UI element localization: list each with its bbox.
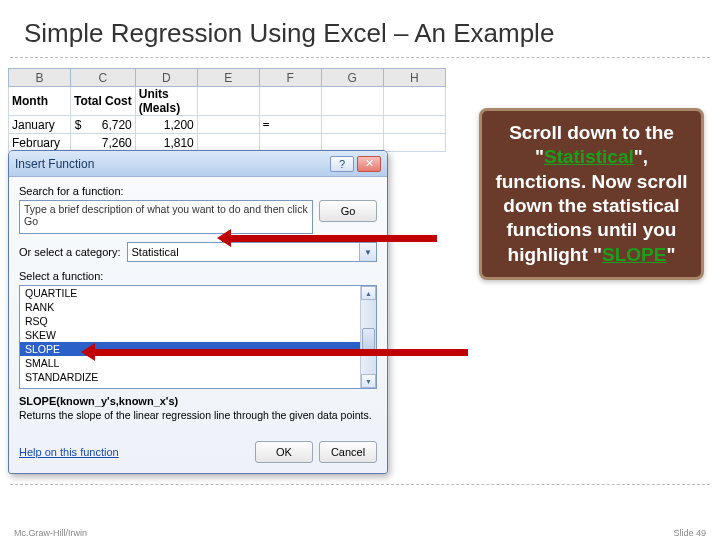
col-D[interactable]: D: [135, 69, 197, 87]
hdr-month[interactable]: Month: [9, 87, 71, 116]
content-area: B C D E F G H Month Total Cost Units (Me…: [0, 58, 720, 498]
col-H[interactable]: H: [383, 69, 445, 87]
col-F[interactable]: F: [259, 69, 321, 87]
col-E[interactable]: E: [197, 69, 259, 87]
arrow-to-slope: [86, 349, 468, 356]
col-B[interactable]: B: [9, 69, 71, 87]
cell-month[interactable]: January: [9, 116, 71, 134]
list-item[interactable]: SKEW: [20, 328, 376, 342]
cell-cost[interactable]: 7,260: [85, 134, 136, 152]
slide-title: Simple Regression Using Excel – An Examp…: [0, 0, 720, 57]
slide-footer: Mc.Graw-Hill/Irwin Slide 49: [14, 528, 706, 538]
footer-right: Slide 49: [673, 528, 706, 538]
help-link[interactable]: Help on this function: [19, 446, 119, 458]
scroll-thumb[interactable]: [362, 328, 375, 350]
insert-function-dialog: Insert Function ? ✕ Search for a functio…: [8, 150, 388, 474]
arrow-to-category: [222, 235, 437, 242]
search-label: Search for a function:: [19, 185, 377, 197]
col-header-row: B C D E F G H: [9, 69, 446, 87]
cell-cost[interactable]: 6,720: [85, 116, 136, 134]
formula-cell[interactable]: =: [259, 116, 321, 134]
list-item[interactable]: RANK: [20, 300, 376, 314]
ok-button[interactable]: OK: [255, 441, 313, 463]
dialog-titlebar[interactable]: Insert Function ? ✕: [9, 151, 387, 177]
list-item[interactable]: QUARTILE: [20, 286, 376, 300]
excel-snippet: B C D E F G H Month Total Cost Units (Me…: [8, 68, 448, 152]
hdr-cost[interactable]: Total Cost: [71, 87, 136, 116]
go-button[interactable]: Go: [319, 200, 377, 222]
listbox-scrollbar[interactable]: ▲ ▼: [360, 286, 376, 388]
hdr-units[interactable]: Units (Meals): [135, 87, 197, 116]
list-item[interactable]: RSQ: [20, 314, 376, 328]
cell-units[interactable]: 1,200: [135, 116, 197, 134]
col-G[interactable]: G: [321, 69, 383, 87]
cancel-button[interactable]: Cancel: [319, 441, 377, 463]
scroll-up-icon[interactable]: ▲: [361, 286, 376, 300]
callout-statistical: Statistical: [544, 146, 634, 167]
header-row: Month Total Cost Units (Meals): [9, 87, 446, 116]
footer-left: Mc.Graw-Hill/Irwin: [14, 528, 87, 538]
function-description: Returns the slope of the linear regressi…: [19, 409, 377, 421]
scroll-down-icon[interactable]: ▼: [361, 374, 376, 388]
category-value: Statistical: [132, 246, 179, 258]
dialog-title: Insert Function: [15, 157, 327, 171]
cell-month[interactable]: February: [9, 134, 71, 152]
callout-slope: SLOPE: [602, 244, 666, 265]
cell-units[interactable]: 1,810: [135, 134, 197, 152]
table-row: January $ 6,720 1,200 =: [9, 116, 446, 134]
instruction-callout: Scroll down to the "Statistical", functi…: [479, 108, 704, 280]
search-input[interactable]: Type a brief description of what you wan…: [19, 200, 313, 234]
function-listbox[interactable]: QUARTILE RANK RSQ SKEW SLOPE SMALL STAND…: [19, 285, 377, 389]
close-button[interactable]: ✕: [357, 156, 381, 172]
select-function-label: Select a function:: [19, 270, 377, 282]
table-row: February 7,260 1,810: [9, 134, 446, 152]
category-label: Or select a category:: [19, 246, 121, 258]
function-signature: SLOPE(known_y's,known_x's): [19, 395, 377, 407]
help-button[interactable]: ?: [330, 156, 354, 172]
list-item[interactable]: STANDARDIZE: [20, 370, 376, 384]
col-C[interactable]: C: [71, 69, 136, 87]
chevron-down-icon: ▼: [359, 243, 376, 261]
category-select[interactable]: Statistical ▼: [127, 242, 378, 262]
